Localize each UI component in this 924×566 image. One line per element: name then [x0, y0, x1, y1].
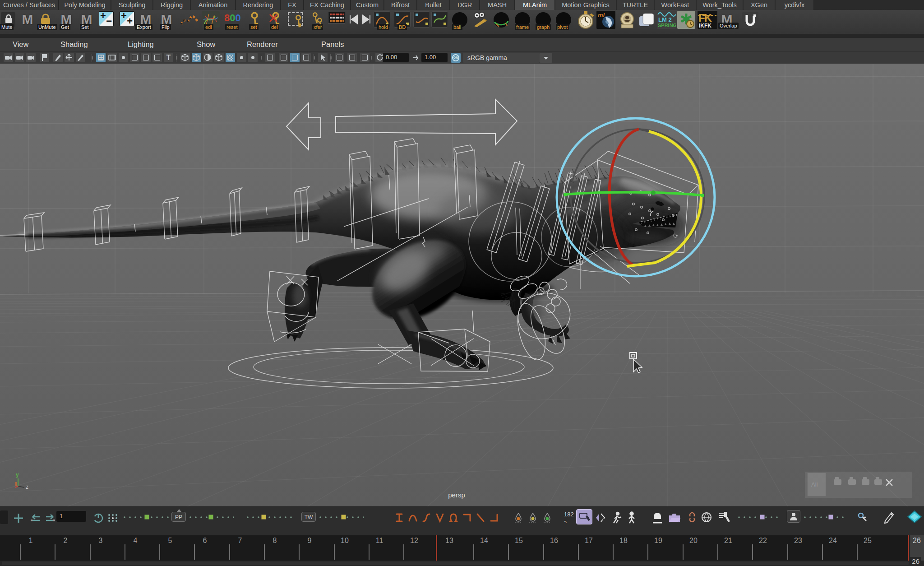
svg-text:z: z: [26, 484, 28, 490]
svg-text:y: y: [16, 472, 19, 478]
svg-text:All: All: [811, 481, 818, 488]
svg-text:persp: persp: [448, 491, 465, 499]
svg-text:IKFK: IKFK: [699, 23, 711, 29]
svg-text:FK: FK: [698, 12, 712, 24]
svg-text:LM 2: LM 2: [658, 16, 672, 23]
svg-text:ml: ml: [598, 12, 605, 19]
svg-text:SPRING: SPRING: [658, 23, 676, 28]
